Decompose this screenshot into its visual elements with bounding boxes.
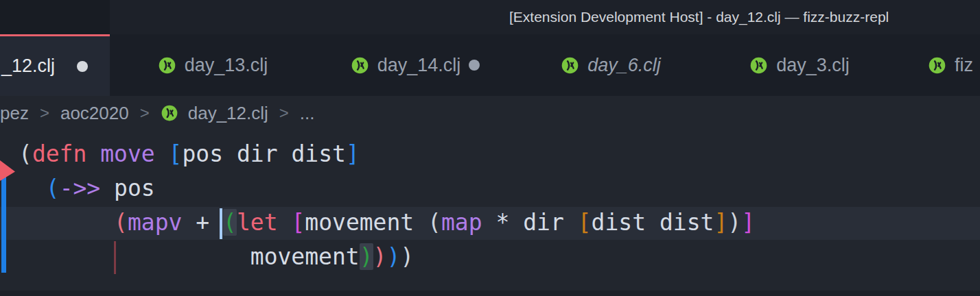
breadcrumb-item-aoc2020[interactable]: aoc2020 — [60, 103, 129, 124]
code-token: ( — [19, 140, 32, 167]
vscode-window: [Extension Development Host] - day_12.cl… — [0, 0, 980, 296]
code-token: ) — [386, 243, 400, 270]
breadcrumb-separator: > — [279, 103, 289, 123]
code-line: (mapv + (let [movement (map * dir [dist … — [19, 209, 755, 236]
code-token — [414, 209, 428, 236]
tab-bar: _12.cljday_13.cljday_14.cljday_6.cljday_… — [0, 34, 980, 96]
code-token: ) — [360, 243, 373, 270]
code-token: dir — [523, 209, 564, 236]
code-token: [ — [578, 209, 592, 236]
tab-label: day_14.clj — [377, 55, 461, 76]
breadcrumb-item-pez[interactable]: pez — [0, 103, 29, 124]
code-line: movement)))) — [19, 243, 414, 270]
clojure-icon — [161, 104, 178, 122]
modified-dot-icon[interactable] — [469, 60, 480, 71]
tab-label: day_13.clj — [185, 55, 268, 76]
tab-label: day_3.clj — [776, 55, 850, 76]
tab-label: fiz — [955, 55, 973, 76]
clojure-icon — [928, 56, 946, 75]
code-token: let — [237, 209, 278, 236]
code-token: movement — [250, 243, 360, 270]
code-token: [ — [169, 140, 183, 167]
breadcrumb-label: aoc2020 — [60, 103, 129, 124]
code-token: ( — [114, 209, 128, 236]
code-content[interactable]: (defn move [pos dir dist] (->> pos (mapv… — [19, 137, 755, 274]
clojure-icon — [749, 56, 768, 75]
tab-fiz[interactable]: fiz — [892, 34, 980, 96]
code-token: mapv — [128, 209, 182, 236]
breadcrumb-item-day-12-clj[interactable]: day_12.clj — [161, 103, 268, 124]
tab-day-14-clj[interactable]: day_14.clj — [316, 34, 515, 96]
code-line: (->> pos — [19, 175, 155, 201]
clojure-icon — [351, 56, 369, 75]
code-token — [19, 243, 250, 270]
title-bar: [Extension Development Host] - day_12.cl… — [0, 0, 980, 34]
code-token: defn — [32, 140, 86, 167]
code-token: [ — [291, 209, 305, 236]
title-bar-left-block — [0, 0, 110, 34]
tab-day-6-clj[interactable]: day_6.clj — [515, 34, 707, 96]
editor-bottom-strip — [0, 291, 980, 296]
code-token: dist dist — [592, 209, 714, 236]
clojure-icon — [158, 56, 176, 75]
clojure-icon — [561, 56, 579, 75]
code-token: movement — [305, 209, 414, 236]
code-token: ] — [714, 209, 727, 236]
tab-day-3-clj[interactable]: day_3.clj — [707, 34, 892, 96]
code-token: * — [482, 209, 524, 236]
window-title: [Extension Development Host] - day_12.cl… — [509, 0, 889, 34]
code-line: (defn move [pos dir dist] — [19, 140, 360, 167]
code-token: move — [100, 140, 154, 167]
tab--12-clj[interactable]: _12.clj — [0, 34, 110, 96]
code-token: ] — [741, 209, 755, 236]
code-token: pos — [114, 175, 155, 201]
code-token — [100, 175, 114, 201]
code-token — [19, 175, 46, 201]
text-cursor — [220, 208, 222, 239]
code-token — [564, 209, 578, 236]
code-token: ( — [46, 175, 60, 201]
gutter-selection-bar — [1, 173, 6, 273]
code-token — [86, 140, 100, 167]
code-token: map — [441, 209, 482, 236]
code-token — [278, 209, 292, 236]
code-token: ) — [727, 209, 741, 236]
code-token — [155, 140, 169, 167]
tab-label: _12.clj — [1, 56, 55, 77]
code-token: + — [182, 209, 223, 236]
gutter-arrow-icon — [0, 160, 15, 181]
active-indent-guide — [114, 241, 116, 274]
code-token: ( — [428, 209, 441, 236]
code-token: ( — [223, 209, 237, 236]
breadcrumb-label: day_12.clj — [188, 103, 268, 124]
code-token — [19, 209, 114, 236]
breadcrumb-separator: > — [40, 103, 49, 123]
breadcrumb-separator: > — [140, 103, 150, 123]
breadcrumb: pez>aoc2020>day_12.clj>... — [0, 96, 980, 130]
code-token: ) — [400, 243, 414, 270]
code-token: ] — [346, 140, 360, 167]
tab-day-13-clj[interactable]: day_13.clj — [110, 34, 316, 96]
code-token: ->> — [60, 175, 101, 201]
code-token: pos dir dist — [182, 140, 345, 167]
code-token: ) — [373, 243, 387, 270]
breadcrumb-item--[interactable]: ... — [300, 103, 315, 124]
breadcrumb-label: pez — [0, 103, 29, 124]
tab-label: day_6.clj — [587, 55, 661, 76]
code-editor[interactable]: (defn move [pos dir dist] (->> pos (mapv… — [0, 130, 980, 296]
breadcrumb-label: ... — [300, 103, 315, 124]
modified-dot-icon[interactable] — [77, 61, 88, 72]
